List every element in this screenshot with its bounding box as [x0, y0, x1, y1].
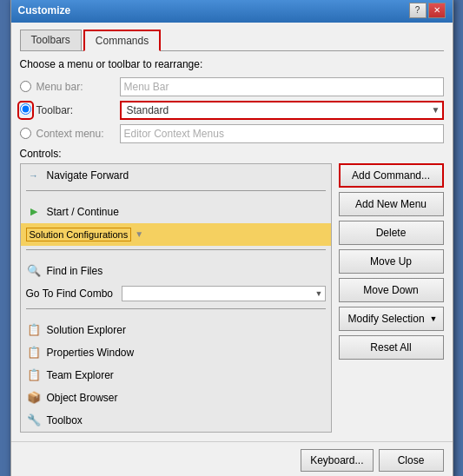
help-button[interactable]: ? — [409, 3, 427, 18]
delete-button[interactable]: Delete — [339, 221, 444, 245]
solution-config-arrow: ▼ — [135, 229, 143, 239]
find-in-files-label: Find in Files — [47, 265, 103, 277]
modify-selection-arrow: ▼ — [430, 314, 438, 323]
reset-all-button[interactable]: Reset All — [339, 335, 444, 360]
context-menu-row: Context menu: Editor Context Menus — [20, 124, 444, 143]
solution-explorer-label: Solution Explorer — [47, 324, 126, 336]
properties-window-label: Properties Window — [47, 347, 135, 359]
nav-forward-icon: → — [26, 168, 42, 183]
team-explorer-label: Team Explorer — [47, 369, 114, 381]
context-menu-radio[interactable] — [20, 128, 31, 139]
list-item[interactable]: 📋 Team Explorer — [21, 364, 331, 387]
move-up-button[interactable]: Move Up — [339, 249, 444, 274]
separator — [26, 249, 326, 256]
list-item-goto-find[interactable]: Go To Find Combo ▼ — [21, 282, 331, 305]
solution-config-label: Solution Configurations — [26, 228, 132, 241]
bottom-bar: Keyboard... Close — [11, 441, 453, 477]
list-item[interactable]: ▶ Start / Continue — [21, 201, 331, 223]
toolbar-combo[interactable]: Standard ▼ — [120, 101, 444, 120]
toolbar-combo-value: Standard — [123, 104, 169, 116]
team-explorer-icon: 📋 — [26, 367, 42, 383]
start-icon: ▶ — [26, 204, 42, 220]
context-menu-combo: Editor Context Menus — [120, 124, 444, 143]
goto-find-arrow: ▼ — [315, 289, 323, 298]
choose-label: Choose a menu or toolbar to rearrange: — [20, 58, 444, 70]
goto-find-label: Go To Find Combo — [26, 288, 114, 300]
list-item[interactable]: 🔧 Toolbox — [21, 409, 331, 432]
object-browser-icon: 📦 — [26, 390, 42, 406]
properties-icon: 📋 — [26, 345, 42, 360]
list-item[interactable]: 📋 Properties Window — [21, 341, 331, 364]
controls-area: → Navigate Forward ▶ Start / Continue So… — [20, 163, 444, 433]
keyboard-button[interactable]: Keyboard... — [301, 449, 373, 472]
list-item[interactable]: 🔍 Find in Files — [21, 260, 331, 282]
list-item[interactable]: 📦 Object Browser — [21, 387, 331, 409]
tab-commands[interactable]: Commands — [83, 30, 161, 51]
title-bar: Customize ? ✕ — [11, 0, 453, 23]
toolbar-radio-highlight — [20, 103, 31, 117]
toolbar-combo-arrow: ▼ — [432, 105, 440, 115]
list-item[interactable]: 📋 Solution Explorer — [21, 319, 331, 341]
start-continue-label: Start / Continue — [47, 206, 119, 218]
toolbox-label: Toolbox — [47, 414, 83, 426]
menu-bar-row: Menu bar: Menu Bar — [20, 77, 444, 96]
separator — [26, 190, 326, 197]
right-button-panel: Add Command... Add New Menu Delete Move … — [339, 163, 444, 433]
controls-list[interactable]: → Navigate Forward ▶ Start / Continue So… — [20, 163, 332, 433]
window-close-button[interactable]: ✕ — [428, 3, 446, 18]
object-browser-label: Object Browser — [47, 392, 118, 404]
add-new-menu-button[interactable]: Add New Menu — [339, 192, 444, 216]
add-command-button[interactable]: Add Command... — [339, 163, 444, 188]
menu-bar-combo: Menu Bar — [120, 77, 444, 96]
move-down-button[interactable]: Move Down — [339, 278, 444, 302]
menu-bar-label: Menu bar: — [36, 81, 115, 93]
solution-explorer-icon: 📋 — [26, 322, 42, 338]
title-controls: ? ✕ — [409, 3, 446, 18]
list-item[interactable]: → Navigate Forward — [21, 164, 331, 187]
customize-dialog: Customize ? ✕ Toolbars Commands Choose a… — [10, 0, 453, 476]
separator — [26, 308, 326, 315]
toolbox-icon: 🔧 — [26, 413, 42, 428]
toolbar-label: Toolbar: — [36, 104, 115, 116]
nav-forward-label: Navigate Forward — [47, 169, 129, 182]
find-icon: 🔍 — [26, 263, 42, 279]
dialog-body: Toolbars Commands Choose a menu or toolb… — [11, 23, 453, 441]
tab-bar: Toolbars Commands — [20, 30, 444, 51]
tab-toolbars[interactable]: Toolbars — [20, 30, 82, 51]
menu-bar-radio[interactable] — [20, 81, 31, 92]
context-menu-label: Context menu: — [36, 128, 115, 140]
context-menu-value: Editor Context Menus — [124, 128, 224, 140]
modify-selection-button[interactable]: Modify Selection ▼ — [339, 307, 444, 331]
modify-selection-label: Modify Selection — [348, 313, 425, 325]
close-button[interactable]: Close — [379, 449, 444, 472]
list-item-solution-config[interactable]: Solution Configurations ▼ — [21, 223, 331, 246]
dialog-title: Customize — [18, 4, 71, 17]
toolbar-row: Toolbar: Standard ▼ — [20, 101, 444, 120]
menu-bar-value: Menu Bar — [124, 81, 169, 93]
toolbar-radio[interactable] — [20, 103, 31, 115]
controls-label: Controls: — [20, 148, 444, 160]
